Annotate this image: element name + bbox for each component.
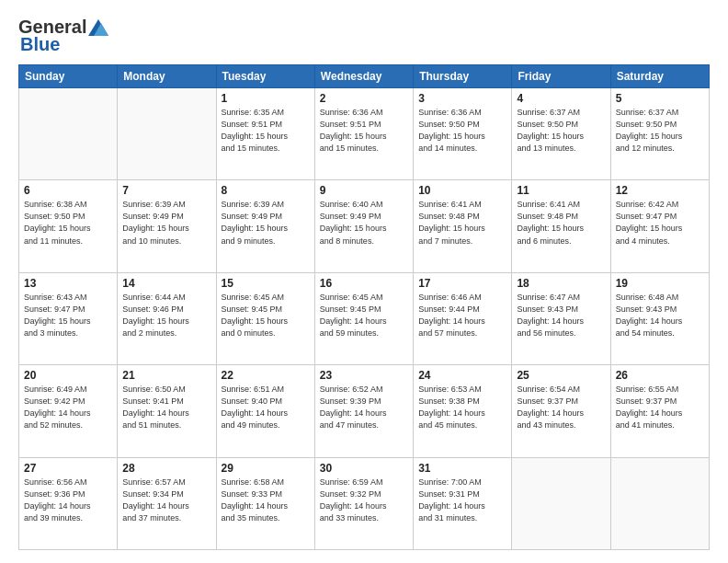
calendar-cell: 28Sunrise: 6:57 AM Sunset: 9:34 PM Dayli…	[118, 457, 216, 549]
day-number: 6	[24, 184, 112, 197]
calendar-week-row: 27Sunrise: 6:56 AM Sunset: 9:36 PM Dayli…	[19, 457, 710, 549]
calendar-cell: 4Sunrise: 6:37 AM Sunset: 9:50 PM Daylig…	[512, 88, 610, 180]
day-info: Sunrise: 6:54 AM Sunset: 9:37 PM Dayligh…	[517, 384, 605, 431]
calendar-cell: 13Sunrise: 6:43 AM Sunset: 9:47 PM Dayli…	[19, 272, 118, 364]
day-number: 13	[24, 277, 112, 290]
day-number: 9	[320, 184, 408, 197]
day-number: 19	[616, 277, 704, 290]
day-number: 8	[222, 184, 310, 197]
day-number: 25	[517, 369, 605, 382]
calendar-cell: 24Sunrise: 6:53 AM Sunset: 9:38 PM Dayli…	[414, 365, 512, 457]
day-info: Sunrise: 6:45 AM Sunset: 9:45 PM Dayligh…	[222, 292, 310, 339]
day-number: 15	[222, 277, 310, 290]
calendar-cell: 16Sunrise: 6:45 AM Sunset: 9:45 PM Dayli…	[314, 272, 413, 364]
day-info: Sunrise: 6:59 AM Sunset: 9:32 PM Dayligh…	[320, 477, 408, 524]
calendar-week-row: 6Sunrise: 6:38 AM Sunset: 9:50 PM Daylig…	[19, 180, 710, 272]
day-info: Sunrise: 6:56 AM Sunset: 9:36 PM Dayligh…	[24, 477, 112, 524]
page: General Blue SundayMondayTuesdayWednesda…	[0, 0, 728, 563]
logo-icon	[88, 19, 108, 36]
day-info: Sunrise: 6:55 AM Sunset: 9:37 PM Dayligh…	[616, 384, 704, 431]
calendar-cell: 7Sunrise: 6:39 AM Sunset: 9:49 PM Daylig…	[118, 180, 216, 272]
day-info: Sunrise: 6:58 AM Sunset: 9:33 PM Dayligh…	[222, 477, 310, 524]
calendar-cell: 10Sunrise: 6:41 AM Sunset: 9:48 PM Dayli…	[414, 180, 512, 272]
day-info: Sunrise: 6:39 AM Sunset: 9:49 PM Dayligh…	[122, 199, 210, 247]
weekday-header: Wednesday	[314, 65, 413, 88]
day-number: 20	[24, 369, 112, 382]
calendar-cell: 14Sunrise: 6:44 AM Sunset: 9:46 PM Dayli…	[118, 272, 216, 364]
day-info: Sunrise: 6:44 AM Sunset: 9:46 PM Dayligh…	[122, 292, 210, 339]
calendar-cell: 17Sunrise: 6:46 AM Sunset: 9:44 PM Dayli…	[414, 272, 512, 364]
calendar-cell	[610, 457, 709, 549]
day-info: Sunrise: 6:41 AM Sunset: 9:48 PM Dayligh…	[517, 199, 605, 247]
day-info: Sunrise: 7:00 AM Sunset: 9:31 PM Dayligh…	[418, 477, 506, 524]
day-number: 31	[418, 462, 506, 475]
day-number: 4	[517, 92, 605, 105]
calendar-cell: 2Sunrise: 6:36 AM Sunset: 9:51 PM Daylig…	[314, 88, 413, 180]
day-number: 29	[222, 462, 310, 475]
day-info: Sunrise: 6:36 AM Sunset: 9:50 PM Dayligh…	[418, 107, 506, 155]
day-number: 26	[616, 369, 704, 382]
logo: General Blue	[18, 17, 108, 55]
day-info: Sunrise: 6:45 AM Sunset: 9:45 PM Dayligh…	[320, 292, 408, 339]
calendar-cell: 1Sunrise: 6:35 AM Sunset: 9:51 PM Daylig…	[216, 88, 314, 180]
day-info: Sunrise: 6:57 AM Sunset: 9:34 PM Dayligh…	[122, 477, 210, 524]
calendar-cell: 22Sunrise: 6:51 AM Sunset: 9:40 PM Dayli…	[216, 365, 314, 457]
day-number: 1	[222, 92, 310, 105]
calendar-cell: 25Sunrise: 6:54 AM Sunset: 9:37 PM Dayli…	[512, 365, 610, 457]
calendar-cell	[19, 88, 118, 180]
day-number: 30	[320, 462, 408, 475]
calendar-cell: 27Sunrise: 6:56 AM Sunset: 9:36 PM Dayli…	[19, 457, 118, 549]
day-info: Sunrise: 6:41 AM Sunset: 9:48 PM Dayligh…	[418, 199, 506, 247]
calendar-week-row: 13Sunrise: 6:43 AM Sunset: 9:47 PM Dayli…	[19, 272, 710, 364]
weekday-header: Saturday	[610, 65, 709, 88]
day-number: 21	[122, 369, 210, 382]
calendar-cell: 12Sunrise: 6:42 AM Sunset: 9:47 PM Dayli…	[610, 180, 709, 272]
day-info: Sunrise: 6:40 AM Sunset: 9:49 PM Dayligh…	[320, 199, 408, 247]
day-info: Sunrise: 6:53 AM Sunset: 9:38 PM Dayligh…	[418, 384, 506, 431]
day-number: 16	[320, 277, 408, 290]
day-info: Sunrise: 6:52 AM Sunset: 9:39 PM Dayligh…	[320, 384, 408, 431]
calendar-cell: 3Sunrise: 6:36 AM Sunset: 9:50 PM Daylig…	[414, 88, 512, 180]
calendar-cell: 20Sunrise: 6:49 AM Sunset: 9:42 PM Dayli…	[19, 365, 118, 457]
calendar-cell: 9Sunrise: 6:40 AM Sunset: 9:49 PM Daylig…	[314, 180, 413, 272]
day-info: Sunrise: 6:43 AM Sunset: 9:47 PM Dayligh…	[24, 292, 112, 339]
calendar-cell: 8Sunrise: 6:39 AM Sunset: 9:49 PM Daylig…	[216, 180, 314, 272]
weekday-header: Friday	[512, 65, 610, 88]
calendar-cell: 26Sunrise: 6:55 AM Sunset: 9:37 PM Dayli…	[610, 365, 709, 457]
day-number: 10	[418, 184, 506, 197]
day-info: Sunrise: 6:37 AM Sunset: 9:50 PM Dayligh…	[616, 107, 704, 155]
weekday-header: Monday	[118, 65, 216, 88]
day-info: Sunrise: 6:36 AM Sunset: 9:51 PM Dayligh…	[320, 107, 408, 155]
weekday-header: Thursday	[414, 65, 512, 88]
day-info: Sunrise: 6:48 AM Sunset: 9:43 PM Dayligh…	[616, 292, 704, 339]
weekday-header: Sunday	[19, 65, 118, 88]
header: General Blue	[18, 17, 710, 55]
calendar-cell: 5Sunrise: 6:37 AM Sunset: 9:50 PM Daylig…	[610, 88, 709, 180]
calendar-cell: 23Sunrise: 6:52 AM Sunset: 9:39 PM Dayli…	[314, 365, 413, 457]
calendar-week-row: 20Sunrise: 6:49 AM Sunset: 9:42 PM Dayli…	[19, 365, 710, 457]
day-info: Sunrise: 6:50 AM Sunset: 9:41 PM Dayligh…	[122, 384, 210, 431]
day-info: Sunrise: 6:51 AM Sunset: 9:40 PM Dayligh…	[222, 384, 310, 431]
calendar-cell: 11Sunrise: 6:41 AM Sunset: 9:48 PM Dayli…	[512, 180, 610, 272]
day-info: Sunrise: 6:35 AM Sunset: 9:51 PM Dayligh…	[222, 107, 310, 155]
calendar-cell: 30Sunrise: 6:59 AM Sunset: 9:32 PM Dayli…	[314, 457, 413, 549]
calendar-cell	[118, 88, 216, 180]
day-info: Sunrise: 6:49 AM Sunset: 9:42 PM Dayligh…	[24, 384, 112, 431]
logo-blue-text: Blue	[18, 34, 60, 55]
day-number: 5	[616, 92, 704, 105]
calendar-week-row: 1Sunrise: 6:35 AM Sunset: 9:51 PM Daylig…	[19, 88, 710, 180]
day-number: 22	[222, 369, 310, 382]
day-number: 28	[122, 462, 210, 475]
day-number: 23	[320, 369, 408, 382]
day-number: 14	[122, 277, 210, 290]
day-number: 7	[122, 184, 210, 197]
calendar-cell: 29Sunrise: 6:58 AM Sunset: 9:33 PM Dayli…	[216, 457, 314, 549]
calendar-cell: 15Sunrise: 6:45 AM Sunset: 9:45 PM Dayli…	[216, 272, 314, 364]
day-info: Sunrise: 6:38 AM Sunset: 9:50 PM Dayligh…	[24, 199, 112, 247]
day-info: Sunrise: 6:39 AM Sunset: 9:49 PM Dayligh…	[222, 199, 310, 247]
day-number: 11	[517, 184, 605, 197]
day-info: Sunrise: 6:37 AM Sunset: 9:50 PM Dayligh…	[517, 107, 605, 155]
day-number: 27	[24, 462, 112, 475]
calendar-table: SundayMondayTuesdayWednesdayThursdayFrid…	[18, 64, 710, 550]
calendar-cell	[512, 457, 610, 549]
